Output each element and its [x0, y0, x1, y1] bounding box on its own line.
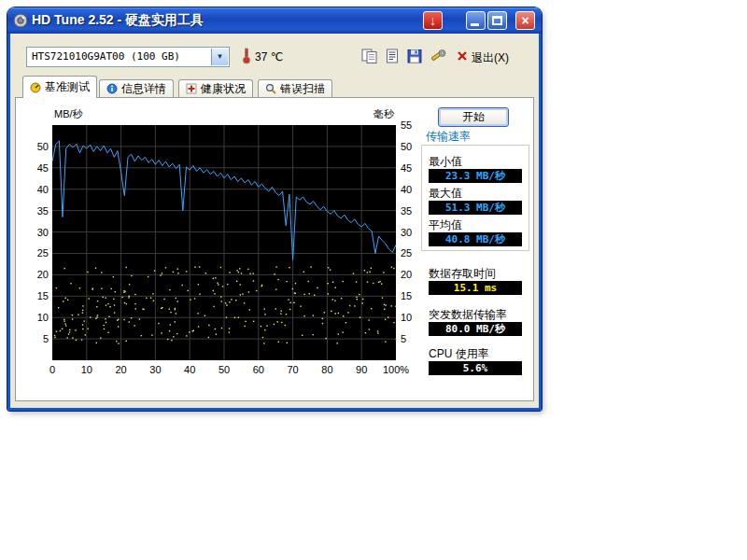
access-time-dot	[131, 275, 132, 276]
access-time-dot	[82, 305, 83, 306]
access-time-dot	[177, 273, 178, 273]
axis-tick-label: 5	[401, 333, 406, 344]
access-time-dot	[295, 293, 296, 294]
download-button[interactable]: ↓	[423, 11, 443, 30]
axis-tick-label: 50	[401, 141, 412, 152]
access-time-dot	[227, 284, 228, 285]
copy-image-button[interactable]	[359, 49, 380, 65]
access-time-dot	[380, 281, 381, 282]
access-time-dot	[92, 288, 93, 289]
axis-tick-label: 20	[37, 269, 49, 280]
access-time-dot	[303, 272, 304, 273]
access-time-dot	[67, 300, 68, 301]
tab-health[interactable]: 健康状况	[178, 79, 253, 97]
access-time-dot	[176, 333, 177, 334]
copy-image-icon	[361, 49, 378, 64]
drive-select-value: HTS721010G9AT00 (100 GB)	[32, 50, 180, 63]
access-time-dot	[239, 268, 240, 269]
access-time-dot	[342, 332, 343, 333]
access-time-dot	[170, 324, 171, 325]
access-time-dot	[105, 318, 106, 319]
access-time-dot	[162, 273, 162, 273]
cpu-usage-label: CPU 使用率	[429, 346, 489, 362]
access-time-dot	[169, 289, 170, 290]
access-time-dot	[308, 281, 309, 282]
start-button[interactable]: 开始	[438, 107, 509, 127]
access-time-dot	[382, 298, 383, 299]
access-time-dot	[322, 323, 323, 324]
access-time-dot	[101, 272, 102, 273]
access-time-dot	[177, 301, 178, 301]
access-time-dot	[97, 301, 98, 301]
copy-text-button[interactable]	[382, 49, 402, 65]
access-time-dot	[275, 266, 276, 267]
access-time-dot	[221, 301, 222, 301]
access-time-dot	[264, 329, 265, 330]
options-button[interactable]	[428, 49, 448, 65]
access-time-dot	[146, 298, 147, 299]
access-time-dot	[82, 324, 83, 325]
access-time-dot	[78, 315, 78, 315]
access-time-dot	[194, 298, 195, 299]
exit-button[interactable]: 退出(X)	[457, 49, 524, 65]
axis-tick-label: 10	[37, 312, 49, 323]
access-time-dot	[163, 299, 164, 300]
access-time-dot	[96, 343, 97, 343]
minimize-button[interactable]	[466, 11, 486, 30]
access-time-dot	[370, 272, 371, 273]
tab-benchmark[interactable]: 基准测试	[22, 76, 97, 98]
access-time-dot	[193, 330, 194, 331]
access-time-dot	[221, 328, 222, 329]
drive-select[interactable]: HTS721010G9AT00 (100 GB) ▼	[26, 47, 230, 67]
access-time-dot	[302, 335, 303, 336]
access-time-dot	[362, 302, 363, 303]
axis-tick-label: 100%	[383, 364, 409, 375]
access-time-dot	[349, 305, 350, 306]
options-icon	[430, 49, 446, 64]
access-time-dot	[396, 339, 397, 340]
access-time-dot	[367, 281, 368, 282]
access-time-dot	[75, 329, 76, 330]
tab-error-scan[interactable]: 错误扫描	[258, 79, 332, 97]
access-time-dot	[303, 294, 304, 295]
access-time-dot	[222, 286, 223, 287]
access-time-dot	[116, 341, 117, 342]
maximize-button[interactable]	[487, 11, 507, 30]
access-time-dot	[241, 273, 242, 273]
tab-info[interactable]: 信息详情	[99, 79, 174, 97]
access-time-dot	[87, 272, 88, 273]
access-time-dot	[249, 273, 250, 274]
access-time-dot	[214, 293, 215, 294]
access-time-dot	[391, 305, 392, 306]
tab-label: 基准测试	[45, 79, 90, 95]
access-time-dot	[310, 266, 311, 267]
access-time-dot	[371, 268, 372, 269]
axis-tick-label: 45	[37, 162, 49, 174]
access-time-dot	[326, 338, 327, 339]
access-time-dot	[347, 312, 348, 313]
access-time-dot	[114, 304, 115, 305]
save-button[interactable]	[404, 49, 425, 65]
access-time-dot	[107, 332, 108, 333]
axis-tick-label: 25	[401, 247, 412, 259]
access-time-dot	[249, 309, 250, 310]
access-time-dot	[154, 271, 155, 272]
access-time-dot	[364, 270, 365, 271]
exit-label: 退出(X)	[472, 50, 509, 66]
access-time-dot	[356, 297, 357, 298]
axis-tick-label: 30	[401, 227, 412, 238]
access-time-dot	[106, 322, 106, 323]
access-time-dot	[393, 268, 394, 269]
titlebar[interactable]: HD Tune 2.52 - 硬盘实用工具 ↓ ×	[7, 7, 542, 34]
access-time-dot	[275, 308, 276, 309]
dropdown-arrow-icon[interactable]: ▼	[211, 49, 228, 65]
download-arrow-icon: ↓	[424, 12, 442, 29]
access-time-dot	[393, 322, 394, 323]
access-time-dot	[114, 312, 115, 313]
close-button[interactable]: ×	[515, 11, 535, 30]
access-time-dot	[289, 267, 289, 268]
access-time-dot	[81, 339, 82, 340]
access-time-dot	[95, 268, 96, 269]
access-time-dot	[295, 283, 296, 284]
access-time-dot	[96, 306, 97, 307]
